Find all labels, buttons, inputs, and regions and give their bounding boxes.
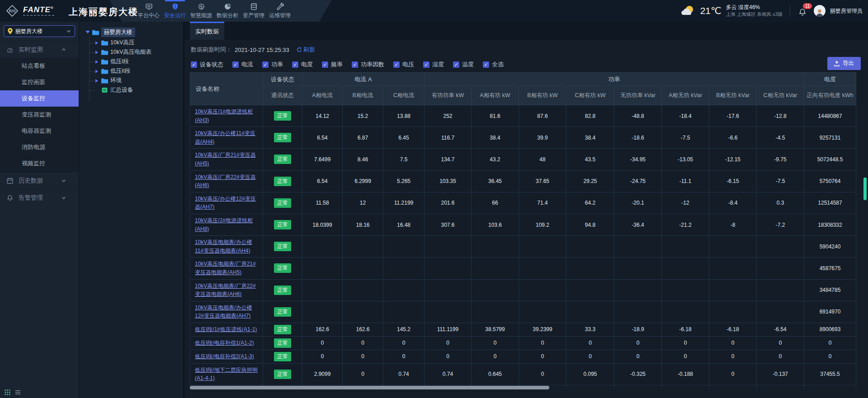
grid-dots-icon[interactable]: [5, 389, 10, 395]
table-row: 10kV高压/厂房21#变压器(AH5)正常7.64998.467.5134.7…: [190, 149, 856, 170]
device-link[interactable]: 10kV高压/厂房21#变压器(AH5): [195, 152, 256, 167]
table-row: 10kV高压电能表/厂房21#变压器电能表(AH5)正常4587675: [190, 258, 856, 279]
device-link[interactable]: 10kV高压/2#电源进线柜(AH8): [195, 217, 253, 232]
filter-checkbox-电度[interactable]: ✓电度: [292, 61, 313, 69]
nav-item-energy[interactable]: 智慧能源: [188, 0, 214, 22]
nav-item-asset[interactable]: 资产管理: [241, 0, 267, 22]
value-cell: [425, 301, 472, 323]
value-cell: [662, 236, 709, 258]
value-cell: [425, 258, 472, 279]
sidebar-item-设备监控[interactable]: 设备监控: [0, 90, 79, 107]
filter-checkbox-电流[interactable]: ✓电流: [232, 61, 253, 69]
sidebar-item-电容器监测[interactable]: 电容器监测: [0, 123, 79, 139]
sidebar-item-监控画面[interactable]: 监控画面: [0, 74, 79, 90]
value-cell: [519, 258, 566, 279]
folder-icon: [101, 40, 108, 46]
value-cell: -12.15: [709, 149, 757, 170]
value-cell: -18.4: [662, 105, 709, 127]
table-row: 10kV高压电能表/办公楼11#变压器电能表(AH4)正常5904240: [190, 236, 856, 258]
sidebar-item-站点看板[interactable]: 站点看板: [0, 58, 79, 74]
device-link[interactable]: 10kV高压电能表/厂房21#变压器电能表(AH5): [195, 261, 256, 276]
tree-node-10kV高压[interactable]: 10kV高压: [89, 38, 183, 47]
nav-item-platform[interactable]: 平台中心: [136, 0, 162, 22]
value-cell: 3484785: [804, 279, 856, 301]
value-cell: [472, 301, 519, 323]
tree-node-低压I段[interactable]: 低压I段: [89, 57, 183, 66]
device-link[interactable]: 10kV高压/办公楼12#变压器(AH7): [195, 196, 256, 211]
value-cell: 43.5: [566, 149, 614, 170]
device-link[interactable]: 10kV高压电能表/办公楼12#变压器电能表(AH7): [195, 304, 252, 319]
sidebar: 丽婴房大楼 实时监测 站点看板监控画面设备监控变压器监测电容器监测消防电源视频监…: [0, 22, 79, 398]
horizontal-scrollbar[interactable]: [190, 386, 549, 389]
filter-checkbox-频率[interactable]: ✓频率: [322, 61, 343, 69]
filter-checkbox-全选[interactable]: ✓全选: [483, 61, 504, 69]
brand-name: FANTE®: [23, 6, 56, 14]
device-link[interactable]: 低压I段/1#低压进线(A1-1): [195, 326, 257, 332]
tree-node-汇总设备[interactable]: 汇总设备: [89, 85, 183, 95]
device-link[interactable]: 10kV高压/厂房22#变压器(AH6): [195, 174, 256, 189]
caret-right-icon: [95, 60, 100, 64]
value-cell: -48.8: [614, 105, 662, 127]
sidebar-item-消防电源[interactable]: 消防电源: [0, 139, 79, 155]
refresh-button[interactable]: 刷新: [297, 46, 315, 54]
vertical-scrollbar[interactable]: [863, 178, 867, 200]
filter-checkbox-湿度[interactable]: ✓湿度: [423, 61, 444, 69]
sidebar-group-alarm[interactable]: 告警管理: [0, 189, 79, 206]
value-cell: 18308332: [804, 214, 856, 235]
value-cell: 0: [383, 336, 425, 350]
export-button[interactable]: 导出: [827, 57, 861, 70]
device-link[interactable]: 10kV高压电能表/厂房22#变压器电能表(AH6): [195, 283, 256, 298]
device-link[interactable]: 低压I段/地下二层应急照明(A1-4-1): [195, 367, 258, 382]
list-icon[interactable]: [15, 389, 21, 395]
status-cell: 正常: [263, 363, 302, 385]
checkbox-checked-icon: ✓: [453, 61, 459, 68]
value-cell: 0: [425, 336, 472, 350]
device-link[interactable]: 低压I段/电容补偿2(A1-3): [195, 353, 254, 360]
value-cell: 111.1199: [425, 323, 472, 336]
filter-checkbox-功率因数[interactable]: ✓功率因数: [352, 61, 384, 69]
sidebar-footer: [5, 389, 21, 395]
filter-checkbox-设备状态[interactable]: ✓设备状态: [191, 61, 223, 69]
value-cell: [472, 279, 519, 301]
filter-checkbox-功率[interactable]: ✓功率: [262, 61, 283, 69]
filter-checkbox-温度[interactable]: ✓温度: [453, 61, 474, 69]
nav-item-ops[interactable]: 运维管理: [267, 0, 293, 22]
tab-realtime-data[interactable]: 实时数据: [190, 22, 224, 40]
value-cell: 6.87: [343, 127, 383, 149]
tree-node-环境[interactable]: 环境: [89, 76, 183, 85]
avatar[interactable]: [814, 5, 826, 17]
value-cell: 0: [302, 336, 343, 350]
sidebar-group-history[interactable]: 历史数据: [0, 172, 79, 189]
tree-node-root[interactable]: 丽婴房大楼: [79, 27, 183, 37]
sidebar-item-变压器监测[interactable]: 变压器监测: [0, 107, 79, 123]
status-cell: 正常: [263, 149, 302, 170]
status-badge: 正常: [274, 242, 291, 251]
value-cell: [302, 279, 343, 301]
main-content: 实时数据 数据刷新时间： 2021-10-27 15:25:33 刷新 ✓设备状…: [184, 22, 868, 398]
device-link[interactable]: 10kV高压/1#电源进线柜(AH3): [195, 108, 253, 123]
tree-node-10kV高压电能表[interactable]: 10kV高压电能表: [89, 47, 183, 57]
value-cell: 0.3: [757, 192, 804, 214]
status-cell: 正常: [263, 214, 302, 235]
value-cell: 201.6: [425, 192, 472, 214]
checkbox-checked-icon: ✓: [423, 61, 429, 68]
value-cell: 0.74: [383, 363, 425, 385]
nav-item-analysis[interactable]: 数据分析: [214, 0, 241, 22]
value-cell: [302, 301, 343, 323]
value-cell: 11.58: [302, 192, 343, 214]
sidebar-item-视频监控[interactable]: 视频监控: [0, 155, 79, 172]
nav-item-safety[interactable]: 安全运行: [162, 0, 188, 22]
site-selector[interactable]: 丽婴房大楼: [4, 25, 75, 37]
notifications-button[interactable]: 11: [797, 4, 809, 18]
device-link[interactable]: 10kV高压电能表/办公楼11#变压器电能表(AH4): [195, 239, 252, 254]
filter-checkbox-电压[interactable]: ✓电压: [393, 61, 414, 69]
device-link[interactable]: 10kV高压/办公楼11#变压器(AH4): [195, 130, 255, 145]
tree-node-低压II段[interactable]: 低压II段: [89, 66, 183, 76]
value-cell: -18.9: [614, 323, 662, 336]
value-cell: 0: [804, 336, 856, 350]
value-cell: 0.74: [425, 363, 472, 385]
value-cell: 162.6: [302, 323, 343, 336]
device-link[interactable]: 低压I段/电容补偿1(A1-2): [195, 340, 254, 346]
sidebar-group-realtime[interactable]: 实时监测: [0, 41, 79, 58]
value-cell: [614, 301, 662, 323]
